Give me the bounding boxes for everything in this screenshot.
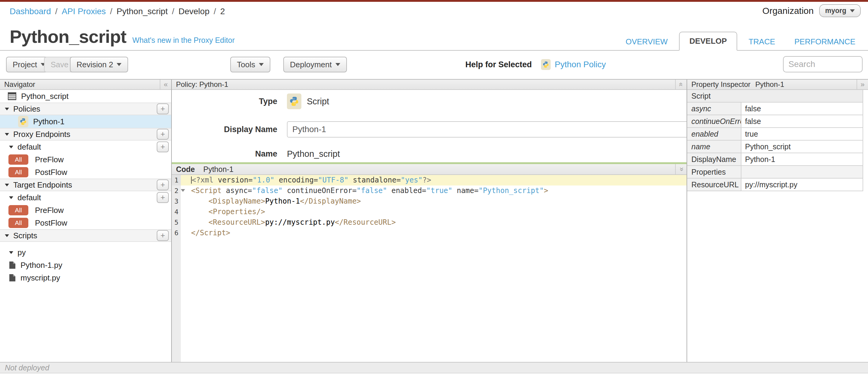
tab-trace[interactable]: TRACE [741,33,783,51]
nav-row-py[interactable]: py [0,246,171,259]
breadcrumb-dashboard[interactable]: Dashboard [10,7,51,16]
nav-label: default [18,142,41,152]
revision-menu-button[interactable]: Revision 2 [70,57,128,73]
line-number: 2 [172,185,181,196]
code-header-file: Python-1 [204,165,234,174]
flow-condition-badge: All [8,218,28,228]
python-icon [541,59,551,70]
deployment-menu-button[interactable]: Deployment [283,57,347,73]
nav-row-proxy-endpoints[interactable]: Proxy Endpoints+ [0,128,171,141]
code-line-1[interactable]: 1<?xml version="1.0" encoding="UTF-8" st… [172,175,687,185]
flow-condition-badge: All [8,154,28,165]
code-fold-icon[interactable] [181,189,185,192]
navigator-collapse-button[interactable]: « [160,80,171,89]
line-number: 4 [172,207,181,217]
property-value[interactable]: Python-1 [741,153,863,165]
nav-row-python-1[interactable]: Python-1 [0,115,171,128]
tree-expand-icon[interactable] [5,108,9,110]
breadcrumb-api-proxies[interactable]: API Proxies [62,7,106,16]
code-editor[interactable]: 1<?xml version="1.0" encoding="UTF-8" st… [172,175,687,362]
tree-expand-icon[interactable] [5,133,9,136]
code-empty-area[interactable] [172,238,687,362]
nav-row-postflow[interactable]: AllPostFlow [0,217,171,229]
deployment-status: Not deployed [5,364,49,372]
code-header-label: Code [176,165,195,174]
line-number: 5 [172,217,181,228]
inspector-row-properties: Properties [687,166,863,178]
breadcrumb-separator: / [172,7,174,16]
organization-selector: Organization myorg [763,4,861,17]
search-input[interactable] [783,56,863,73]
nav-row-myscript-py[interactable]: myscript.py [0,271,171,284]
code-line-4[interactable]: 4 <Properties/> [172,207,687,217]
nav-label: PostFlow [35,168,67,177]
whats-new-link[interactable]: What's new in the Proxy Editor [132,36,235,45]
nav-label: default [18,193,41,202]
flow-condition-badge: All [8,205,28,215]
code-line-2[interactable]: 2<Script async="false" continueOnError="… [172,185,687,196]
property-name: async [687,103,741,115]
property-value[interactable] [741,166,863,178]
code-line-3[interactable]: 3 <DisplayName>Python-1</DisplayName> [172,196,687,207]
tree-expand-icon[interactable] [5,234,9,237]
nav-row-scripts[interactable]: Scripts+ [0,229,171,242]
add-proxy-endpoints-button[interactable]: + [157,129,169,140]
policy-collapse-button[interactable]: « [675,80,687,89]
nav-row-target-endpoints[interactable]: Target Endpoints+ [0,178,171,191]
tab-performance[interactable]: PERFORMANCE [786,33,863,51]
property-value[interactable]: Python_script [741,141,863,153]
nav-row-python-1-py[interactable]: Python-1.py [0,259,171,271]
toolbar: Project Save Revision 2 Tools Deployment… [0,51,868,79]
tree-expand-icon[interactable] [5,184,9,186]
caret-down-icon [850,9,855,15]
tree-expand-icon[interactable] [9,251,13,254]
add-default-button[interactable]: + [157,141,169,152]
code-line-5[interactable]: 5 <ResourceURL>py://myscript.py</Resourc… [172,217,687,228]
nav-row-policies[interactable]: Policies+ [0,103,171,115]
add-policies-button[interactable]: + [157,104,169,114]
collapse-down-icon: « [677,167,685,171]
nav-row-default[interactable]: default+ [0,191,171,204]
nav-row-python-script[interactable]: Python_script [0,90,171,103]
property-value[interactable]: false [741,103,863,115]
property-name: DisplayName [687,153,741,165]
property-value[interactable]: true [741,128,863,140]
code-collapse-button[interactable]: « [675,164,687,174]
line-number: 1 [172,175,181,185]
nav-row-preflow[interactable]: AllPreFlow [0,204,171,217]
breadcrumb-2: 2 [220,7,225,16]
nav-label: py [18,248,26,257]
nav-label: Policies [13,104,40,114]
property-value[interactable]: false [741,115,863,127]
property-value[interactable]: py://myscript.py [741,178,863,191]
tree-expand-icon[interactable] [9,196,13,199]
nav-row-default[interactable]: default+ [0,141,171,153]
python-policy-help-link[interactable]: Python Policy [555,60,606,69]
breadcrumb-separator: / [110,7,113,16]
caret-down-icon [117,63,121,68]
main-content: Navigator « Python_scriptPolicies+Python… [0,79,868,362]
breadcrumb-separator: / [55,7,58,16]
tools-menu-button[interactable]: Tools [230,57,270,73]
inspector-expand-button[interactable]: » [857,80,868,89]
apigee-proxy-editor: Dashboard/API Proxies/Python_script/Deve… [0,0,868,374]
nav-row-postflow[interactable]: AllPostFlow [0,166,171,178]
collapse-left-icon: « [164,80,167,89]
code-header: Code Python-1 « [172,164,687,175]
code-line-6[interactable]: 6</Script> [172,228,687,238]
tab-develop[interactable]: DEVELOP [679,32,737,51]
add-target-endpoints-button[interactable]: + [157,179,169,190]
property-name: ResourceURL [687,178,741,191]
tree-expand-icon[interactable] [9,146,13,148]
python-icon [18,116,28,127]
caret-down-icon [259,63,264,68]
add-default-button[interactable]: + [157,192,169,203]
display-name-input[interactable] [287,121,705,138]
tab-overview[interactable]: OVERVIEW [618,33,676,51]
proxy-list-icon [8,92,16,100]
add-scripts-button[interactable]: + [157,230,169,241]
property-inspector-panel: Property Inspector Python-1 » Scriptasyn… [687,80,868,362]
organization-dropdown[interactable]: myorg [819,4,861,17]
inspector-row-enabled: enabledtrue [687,128,863,141]
nav-row-preflow[interactable]: AllPreFlow [0,153,171,166]
